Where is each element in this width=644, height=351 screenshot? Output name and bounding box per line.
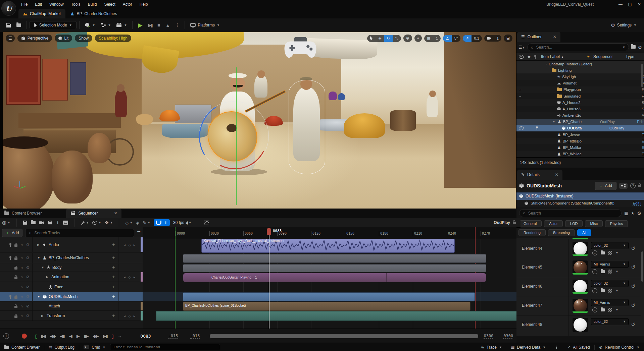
eye-closed-icon[interactable]: ⌣: [519, 87, 522, 92]
details-tab[interactable]: ✎ Details ✕: [517, 170, 562, 180]
console-input[interactable]: [113, 345, 217, 350]
track-oudstaticmesh[interactable]: ∩⊘ ▼OUDStaticMesh ＋: [0, 292, 143, 301]
save-button[interactable]: [3, 21, 14, 30]
chevron-down-icon[interactable]: ▼: [615, 289, 618, 292]
maximize-button[interactable]: ▢: [625, 0, 635, 9]
edit-blueprint-link[interactable]: Edit Bl: [642, 145, 644, 150]
solo-icon[interactable]: ∩: [20, 243, 23, 247]
outliner-row-ambient[interactable]: AmbientSoAmbie: [516, 112, 644, 119]
sequencer-tab[interactable]: Sequencer ✕: [66, 209, 121, 218]
menu-tools[interactable]: Tools: [67, 0, 84, 9]
lock-icon[interactable]: [14, 277, 17, 279]
minimize-button[interactable]: —: [616, 0, 625, 9]
clip-attach[interactable]: BP_CharlesNoClothes (spine_01Socket): [183, 302, 470, 311]
use-selected-icon[interactable]: ←: [592, 269, 597, 274]
menu-build[interactable]: Build: [84, 0, 101, 9]
world-dropdown[interactable]: ◍▼: [2, 220, 10, 226]
scalability-button[interactable]: Scalability: High: [95, 35, 131, 42]
render-movie-button[interactable]: [47, 221, 52, 225]
add-section-icon[interactable]: ＋: [109, 255, 118, 261]
to-front-button[interactable]: ▮◀: [38, 334, 47, 339]
track-attach[interactable]: ∩⊘ Attach: [0, 302, 143, 311]
tab-blueprint[interactable]: ♟ BP_CharlesNoClothes: [65, 9, 122, 18]
grid-snap-toggle[interactable]: ▦: [424, 35, 433, 42]
clip-animation[interactable]: CharlesOudGuitar_Playing__1_: [183, 273, 486, 282]
reset-to-default-icon[interactable]: ↺: [631, 302, 635, 308]
camera-speed-icon[interactable]: [484, 35, 494, 42]
gizmo-green-axis[interactable]: [236, 67, 237, 205]
view-range-start[interactable]: -015: [168, 334, 178, 339]
selection-mode-dropdown[interactable]: Selection Mode ▼: [30, 21, 77, 29]
pin-column-icon[interactable]: [534, 55, 536, 57]
mute-icon[interactable]: ⊘: [26, 294, 30, 299]
outliner-filter-button[interactable]: ☰▼: [518, 45, 525, 50]
step-back-button[interactable]: ◀▮: [58, 334, 67, 339]
scale-snap-toggle[interactable]: ↗: [463, 35, 471, 42]
clip-bp-charles[interactable]: [183, 254, 486, 263]
move-tool[interactable]: ✚: [376, 35, 384, 42]
track-bp-charles[interactable]: ∩⊘ ▼♟BP_CharlesNoClothes ＋: [0, 253, 143, 263]
lit-dropdown[interactable]: Lit: [55, 35, 72, 42]
details-scrollbar[interactable]: [641, 251, 643, 282]
revision-control-dropdown[interactable]: ⊘Revision Control▼: [595, 343, 644, 351]
surface-snap-button[interactable]: ⌖: [414, 35, 422, 42]
status-kebab[interactable]: ⋮: [550, 343, 563, 351]
outliner-row-playground[interactable]: ⌣PlaygrounFolder: [516, 86, 644, 93]
outliner-row-bp-malika[interactable]: ♟BP_MalikaEdit Bl: [516, 144, 644, 151]
clip-staticmesh[interactable]: [183, 292, 475, 301]
pin-icon[interactable]: [536, 126, 538, 128]
figure-vendor-back[interactable]: [254, 74, 268, 98]
filter-physics[interactable]: Physics: [605, 220, 628, 227]
solo-icon[interactable]: ∩: [20, 285, 23, 289]
play-forward-button[interactable]: ▶: [74, 334, 82, 339]
menu-file[interactable]: File: [17, 0, 31, 9]
track-transform[interactable]: ∩⊘ ▶Transform ＋ ◂◇▸: [0, 311, 143, 321]
edit-mode-dropdown[interactable]: ✎▼: [143, 220, 150, 225]
track-audio[interactable]: ∩⊘ ▶Audio ＋ ◂◇▸: [0, 237, 143, 252]
outliner-row-bp-charles[interactable]: ▼♟BP_CharleOudPlayEdit Bl: [516, 119, 644, 125]
camera-speed-value[interactable]: 1: [494, 35, 501, 42]
view-range-end[interactable]: 0300: [484, 334, 493, 339]
info-icon[interactable]: i: [3, 333, 9, 339]
mute-icon[interactable]: ⊘: [26, 265, 30, 270]
outliner-search[interactable]: ○ ▼: [527, 43, 629, 51]
next-key-icon[interactable]: ▸: [134, 275, 135, 279]
outliner-tab[interactable]: ☰ Outliner ✕: [517, 32, 560, 42]
play-options-kebab[interactable]: ⋮: [172, 21, 182, 29]
view-options-dropdown[interactable]: ▼: [92, 221, 101, 225]
add-key-icon[interactable]: ◇: [128, 314, 131, 318]
material-dropdown[interactable]: MI_Varnis▼: [591, 261, 629, 268]
clip-transform[interactable]: [156, 311, 516, 321]
edit-blueprint-link[interactable]: Edit Bl: [642, 133, 644, 137]
playback-mode-button[interactable]: →: [115, 334, 124, 339]
chevron-down-icon[interactable]: ▼: [615, 270, 618, 273]
figure-right-far[interactable]: [427, 94, 438, 117]
material-dropdown[interactable]: color_32▼: [591, 242, 629, 249]
current-frame[interactable]: 0083: [140, 334, 151, 339]
track-animation[interactable]: ∩⊘ ▶Animation ＋ ◂◇▸: [0, 272, 143, 282]
reset-to-default-icon[interactable]: ↺: [631, 283, 635, 289]
mute-icon[interactable]: ⊘: [26, 242, 30, 247]
select-tool[interactable]: [367, 35, 376, 42]
browse-content-button[interactable]: [14, 22, 24, 28]
close-icon[interactable]: ✕: [553, 35, 556, 39]
browse-sequence-button[interactable]: [31, 221, 36, 224]
add-key-icon[interactable]: ◇: [128, 243, 131, 247]
close-icon[interactable]: ✕: [555, 172, 558, 177]
column-sequencer[interactable]: Sequencer: [593, 54, 626, 59]
prev-key-icon[interactable]: ◂: [124, 314, 126, 318]
rotation-snap-value[interactable]: 5°: [452, 35, 461, 42]
step-forward-button[interactable]: ▮▶: [82, 334, 91, 339]
add-actor-dropdown[interactable]: ▼: [82, 21, 98, 30]
new-folder-button[interactable]: [631, 45, 636, 50]
eye-closed-icon[interactable]: ⌣: [519, 94, 522, 98]
blueprint-convert-button[interactable]: [619, 183, 628, 189]
details-settings-icon[interactable]: ⚙: [637, 211, 641, 216]
viewport-options-button[interactable]: ☰: [6, 35, 15, 42]
maximize-viewport-button[interactable]: ⊞: [504, 35, 512, 42]
close-button[interactable]: ✕: [635, 0, 644, 9]
scale-tool[interactable]: ⤡: [393, 35, 401, 42]
blueprints-dropdown[interactable]: ▼: [98, 21, 114, 29]
column-item-label[interactable]: Item Label ▲: [541, 54, 587, 59]
filter-misc[interactable]: Misc: [585, 220, 603, 227]
